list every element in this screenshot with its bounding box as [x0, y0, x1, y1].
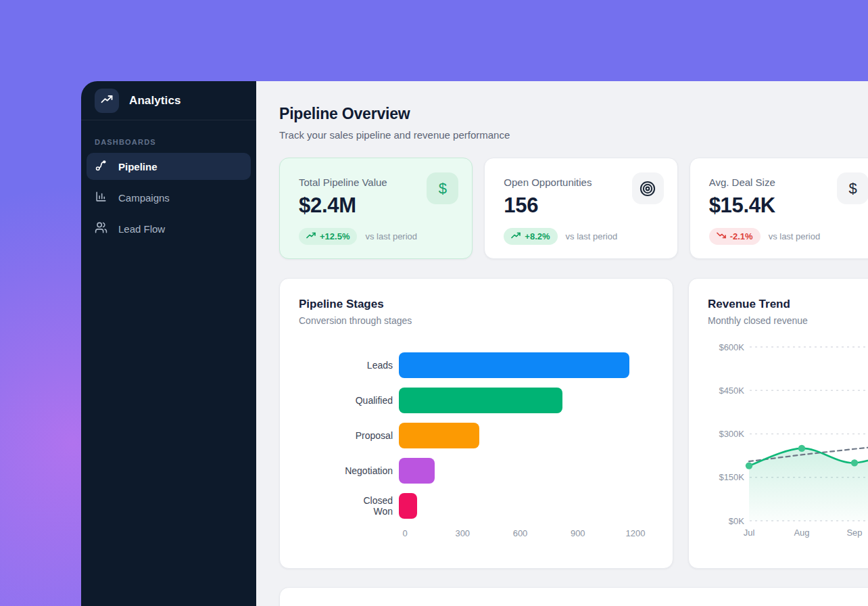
bar-row-qualified: Qualified — [299, 388, 654, 413]
horizontal-bar-chart: LeadsQualifiedProposalNegotiationClosed … — [299, 352, 654, 519]
bar-row-negotiation: Negotiation — [299, 458, 654, 484]
bar-row-leads: Leads — [299, 352, 654, 378]
trending-down-icon — [717, 231, 726, 241]
bar-row-proposal: Proposal — [299, 423, 654, 448]
x-axis-tick: 900 — [571, 528, 585, 538]
revenue-point — [851, 459, 858, 466]
bar — [399, 352, 629, 378]
svg-text:Aug: Aug — [794, 528, 809, 538]
pipeline-stages-card: Pipeline Stages Conversion through stage… — [279, 278, 673, 569]
bar — [399, 493, 417, 519]
dollar-icon: $ — [427, 172, 458, 204]
dollar-icon: $ — [837, 172, 868, 204]
app-logo — [95, 89, 119, 113]
change-badge: +8.2% — [504, 228, 557, 245]
bar-category-label: Negotiation — [299, 465, 399, 476]
revenue-point — [798, 445, 805, 452]
bar — [399, 458, 435, 484]
change-badge: -2.1% — [709, 228, 761, 245]
chart-subtitle: Conversion through stages — [299, 315, 654, 326]
column-chart-icon — [95, 190, 107, 205]
x-axis-tick: 1200 — [626, 528, 646, 538]
chart-title: Revenue Trend — [708, 298, 863, 311]
trending-up-icon — [100, 93, 114, 109]
revenue-trend-card: Revenue Trend Monthly closed revenue $60… — [688, 278, 868, 569]
svg-text:$0K: $0K — [729, 516, 744, 526]
target-icon — [632, 172, 664, 204]
sidebar-item-pipeline[interactable]: Pipeline — [87, 153, 251, 180]
svg-text:$600K: $600K — [719, 342, 744, 352]
revenue-line-chart: $600K$450K$300K$150K$0KJulAugSep — [689, 335, 868, 542]
sidebar-nav: Pipeline Campaigns Lead Flow — [81, 153, 256, 242]
compare-label: vs last period — [566, 231, 618, 241]
bar-row-closed-won: Closed Won — [299, 493, 654, 519]
svg-text:$450K: $450K — [719, 386, 744, 396]
compare-label: vs last period — [769, 231, 821, 241]
chart-subtitle: Monthly closed revenue — [708, 315, 863, 326]
page-subtitle: Track your sales pipeline and revenue pe… — [279, 129, 868, 141]
compare-label: vs last period — [365, 231, 417, 241]
bottom-card-partial — [279, 587, 868, 606]
sidebar: Analytics DASHBOARDS Pipeline — [81, 81, 256, 606]
kpi-row: Total Pipeline Value $2.4M $ +12.5% vs l… — [279, 158, 868, 259]
sidebar-item-campaigns[interactable]: Campaigns — [87, 184, 251, 211]
sidebar-item-label: Lead Flow — [118, 223, 165, 235]
change-badge: +12.5% — [299, 228, 357, 245]
sidebar-item-lead-flow[interactable]: Lead Flow — [87, 215, 251, 242]
kpi-card-open-opportunities: Open Opportunities 156 +8.2% — [484, 158, 677, 259]
sidebar-item-label: Pipeline — [118, 161, 158, 172]
main-content: Pipeline Overview Track your sales pipel… — [256, 81, 868, 606]
revenue-area — [749, 444, 868, 521]
revenue-point — [746, 462, 752, 469]
x-axis-tick: 600 — [513, 528, 528, 538]
svg-text:$300K: $300K — [719, 429, 744, 439]
sidebar-section-label: DASHBOARDS — [81, 120, 256, 153]
bar-category-label: Proposal — [299, 430, 399, 441]
trending-up-icon — [306, 231, 316, 241]
bar — [399, 423, 479, 448]
svg-text:Sep: Sep — [846, 528, 862, 538]
users-icon — [95, 221, 107, 236]
app-window: Analytics DASHBOARDS Pipeline — [81, 81, 868, 606]
route-icon — [95, 159, 107, 174]
bar-category-label: Qualified — [299, 395, 399, 406]
sidebar-item-label: Campaigns — [118, 192, 170, 204]
chart-title: Pipeline Stages — [299, 298, 654, 311]
trending-up-icon — [511, 231, 521, 241]
bar — [399, 388, 562, 413]
x-axis-tick: 0 — [402, 528, 407, 538]
bar-category-label: Closed Won — [299, 495, 399, 517]
charts-row: Pipeline Stages Conversion through stage… — [279, 278, 868, 569]
kpi-card-avg-deal-size: Avg. Deal Size $15.4K $ -2.1% vs last pe… — [690, 158, 868, 259]
sidebar-header: Analytics — [81, 81, 256, 120]
bar-category-label: Leads — [299, 360, 399, 371]
kpi-card-total-pipeline-value: Total Pipeline Value $2.4M $ +12.5% vs l… — [279, 158, 473, 259]
page-title: Pipeline Overview — [279, 105, 868, 123]
svg-text:$150K: $150K — [719, 472, 744, 482]
x-axis-tick: 300 — [455, 528, 470, 538]
bar-chart-x-axis: 03006009001200 — [405, 528, 635, 540]
app-title: Analytics — [129, 94, 181, 108]
svg-text:Jul: Jul — [744, 528, 755, 538]
